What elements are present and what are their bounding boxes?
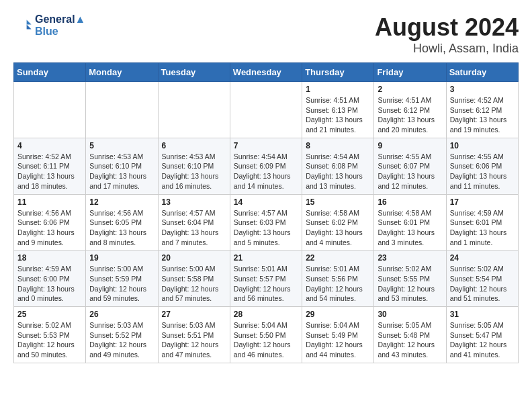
weekday-header-row: SundayMondayTuesdayWednesdayThursdayFrid… xyxy=(14,63,519,82)
day-number: 17 xyxy=(450,197,515,207)
day-number: 22 xyxy=(306,253,370,263)
calendar-week-2: 4Sunrise: 4:52 AM Sunset: 6:11 PM Daylig… xyxy=(14,138,519,194)
calendar-cell: 22Sunrise: 5:01 AM Sunset: 5:56 PM Dayli… xyxy=(302,250,374,307)
day-detail: Sunrise: 5:00 AM Sunset: 5:59 PM Dayligh… xyxy=(89,264,154,304)
calendar-cell: 12Sunrise: 4:56 AM Sunset: 6:05 PM Dayli… xyxy=(86,194,158,250)
day-detail: Sunrise: 5:04 AM Sunset: 5:50 PM Dayligh… xyxy=(234,320,298,360)
day-detail: Sunrise: 4:53 AM Sunset: 6:10 PM Dayligh… xyxy=(89,152,154,191)
calendar-cell: 30Sunrise: 5:05 AM Sunset: 5:48 PM Dayli… xyxy=(374,307,446,363)
calendar-title: August 2024 xyxy=(375,13,519,42)
day-number: 6 xyxy=(162,141,226,150)
logo-icon xyxy=(13,16,32,35)
day-detail: Sunrise: 4:56 AM Sunset: 6:06 PM Dayligh… xyxy=(17,208,82,248)
day-number: 23 xyxy=(378,253,442,263)
calendar-week-4: 18Sunrise: 4:59 AM Sunset: 6:00 PM Dayli… xyxy=(14,250,519,307)
day-number: 4 xyxy=(17,141,82,150)
calendar-cell: 31Sunrise: 5:05 AM Sunset: 5:47 PM Dayli… xyxy=(446,307,518,363)
svg-marker-2 xyxy=(27,25,32,30)
day-detail: Sunrise: 4:54 AM Sunset: 6:08 PM Dayligh… xyxy=(306,152,370,191)
calendar-cell: 5Sunrise: 4:53 AM Sunset: 6:10 PM Daylig… xyxy=(86,138,158,194)
logo: General▲ Blue xyxy=(13,13,85,38)
calendar-cell: 10Sunrise: 4:55 AM Sunset: 6:06 PM Dayli… xyxy=(446,138,518,194)
day-number: 8 xyxy=(306,141,370,150)
day-number: 19 xyxy=(89,253,154,263)
day-number: 13 xyxy=(162,197,226,207)
calendar-cell: 9Sunrise: 4:55 AM Sunset: 6:07 PM Daylig… xyxy=(374,138,446,194)
day-detail: Sunrise: 4:58 AM Sunset: 6:01 PM Dayligh… xyxy=(378,208,442,248)
calendar-cell: 2Sunrise: 4:51 AM Sunset: 6:12 PM Daylig… xyxy=(374,82,446,138)
day-detail: Sunrise: 5:02 AM Sunset: 5:53 PM Dayligh… xyxy=(17,320,82,360)
calendar-cell xyxy=(86,82,158,138)
calendar-cell xyxy=(158,82,230,138)
calendar-cell: 24Sunrise: 5:02 AM Sunset: 5:54 PM Dayli… xyxy=(446,250,518,307)
day-detail: Sunrise: 5:02 AM Sunset: 5:55 PM Dayligh… xyxy=(378,264,442,304)
calendar-cell xyxy=(14,82,86,138)
day-detail: Sunrise: 4:59 AM Sunset: 6:00 PM Dayligh… xyxy=(17,264,82,304)
title-block: August 2024 Howli, Assam, India xyxy=(375,13,519,56)
day-number: 16 xyxy=(378,197,442,207)
weekday-header-wednesday: Wednesday xyxy=(230,63,302,82)
calendar-cell: 19Sunrise: 5:00 AM Sunset: 5:59 PM Dayli… xyxy=(86,250,158,307)
day-detail: Sunrise: 4:51 AM Sunset: 6:12 PM Dayligh… xyxy=(378,95,442,135)
day-number: 15 xyxy=(306,197,370,207)
day-detail: Sunrise: 5:04 AM Sunset: 5:49 PM Dayligh… xyxy=(306,320,370,360)
day-detail: Sunrise: 5:05 AM Sunset: 5:48 PM Dayligh… xyxy=(378,320,442,360)
day-number: 31 xyxy=(450,310,515,319)
calendar-cell: 17Sunrise: 4:59 AM Sunset: 6:01 PM Dayli… xyxy=(446,194,518,250)
day-number: 29 xyxy=(306,310,370,319)
day-detail: Sunrise: 4:56 AM Sunset: 6:05 PM Dayligh… xyxy=(89,208,154,248)
calendar-week-3: 11Sunrise: 4:56 AM Sunset: 6:06 PM Dayli… xyxy=(14,194,519,250)
weekday-header-saturday: Saturday xyxy=(446,63,518,82)
day-number: 20 xyxy=(162,253,226,263)
weekday-header-sunday: Sunday xyxy=(14,63,86,82)
calendar-week-1: 1Sunrise: 4:51 AM Sunset: 6:13 PM Daylig… xyxy=(14,82,519,138)
day-detail: Sunrise: 5:05 AM Sunset: 5:47 PM Dayligh… xyxy=(450,320,515,360)
day-detail: Sunrise: 4:57 AM Sunset: 6:03 PM Dayligh… xyxy=(234,208,298,248)
calendar-cell: 20Sunrise: 5:00 AM Sunset: 5:58 PM Dayli… xyxy=(158,250,230,307)
day-number: 14 xyxy=(234,197,298,207)
day-detail: Sunrise: 4:52 AM Sunset: 6:12 PM Dayligh… xyxy=(450,95,515,135)
calendar-cell: 6Sunrise: 4:53 AM Sunset: 6:10 PM Daylig… xyxy=(158,138,230,194)
day-number: 27 xyxy=(162,310,226,319)
calendar-cell: 23Sunrise: 5:02 AM Sunset: 5:55 PM Dayli… xyxy=(374,250,446,307)
day-number: 30 xyxy=(378,310,442,319)
day-number: 9 xyxy=(378,141,442,150)
calendar-cell: 14Sunrise: 4:57 AM Sunset: 6:03 PM Dayli… xyxy=(230,194,302,250)
day-number: 28 xyxy=(234,310,298,319)
page-header: General▲ Blue August 2024 Howli, Assam, … xyxy=(13,13,519,56)
day-number: 1 xyxy=(306,85,370,94)
calendar-cell: 4Sunrise: 4:52 AM Sunset: 6:11 PM Daylig… xyxy=(14,138,86,194)
calendar-cell: 3Sunrise: 4:52 AM Sunset: 6:12 PM Daylig… xyxy=(446,82,518,138)
calendar-cell: 15Sunrise: 4:58 AM Sunset: 6:02 PM Dayli… xyxy=(302,194,374,250)
day-number: 25 xyxy=(17,310,82,319)
day-number: 26 xyxy=(89,310,154,319)
day-detail: Sunrise: 4:55 AM Sunset: 6:07 PM Dayligh… xyxy=(378,152,442,191)
svg-marker-1 xyxy=(27,20,32,25)
day-detail: Sunrise: 5:01 AM Sunset: 5:56 PM Dayligh… xyxy=(306,264,370,304)
calendar-cell: 1Sunrise: 4:51 AM Sunset: 6:13 PM Daylig… xyxy=(302,82,374,138)
logo-text: General▲ Blue xyxy=(35,13,85,38)
calendar-cell: 26Sunrise: 5:03 AM Sunset: 5:52 PM Dayli… xyxy=(86,307,158,363)
day-detail: Sunrise: 5:03 AM Sunset: 5:51 PM Dayligh… xyxy=(162,320,226,360)
day-detail: Sunrise: 5:02 AM Sunset: 5:54 PM Dayligh… xyxy=(450,264,515,304)
calendar-cell: 27Sunrise: 5:03 AM Sunset: 5:51 PM Dayli… xyxy=(158,307,230,363)
weekday-header-thursday: Thursday xyxy=(302,63,374,82)
day-detail: Sunrise: 5:01 AM Sunset: 5:57 PM Dayligh… xyxy=(234,264,298,304)
calendar-cell xyxy=(230,82,302,138)
calendar-subtitle: Howli, Assam, India xyxy=(375,42,519,56)
day-number: 24 xyxy=(450,253,515,263)
day-detail: Sunrise: 5:03 AM Sunset: 5:52 PM Dayligh… xyxy=(89,320,154,360)
calendar-cell: 18Sunrise: 4:59 AM Sunset: 6:00 PM Dayli… xyxy=(14,250,86,307)
day-detail: Sunrise: 5:00 AM Sunset: 5:58 PM Dayligh… xyxy=(162,264,226,304)
day-number: 12 xyxy=(89,197,154,207)
day-detail: Sunrise: 4:53 AM Sunset: 6:10 PM Dayligh… xyxy=(162,152,226,191)
day-detail: Sunrise: 4:59 AM Sunset: 6:01 PM Dayligh… xyxy=(450,208,515,248)
calendar-table: SundayMondayTuesdayWednesdayThursdayFrid… xyxy=(13,62,519,363)
calendar-cell: 7Sunrise: 4:54 AM Sunset: 6:09 PM Daylig… xyxy=(230,138,302,194)
day-detail: Sunrise: 4:51 AM Sunset: 6:13 PM Dayligh… xyxy=(306,95,370,135)
day-number: 21 xyxy=(234,253,298,263)
day-number: 7 xyxy=(234,141,298,150)
day-detail: Sunrise: 4:52 AM Sunset: 6:11 PM Dayligh… xyxy=(17,152,82,191)
calendar-week-5: 25Sunrise: 5:02 AM Sunset: 5:53 PM Dayli… xyxy=(14,307,519,363)
day-number: 3 xyxy=(450,85,515,94)
